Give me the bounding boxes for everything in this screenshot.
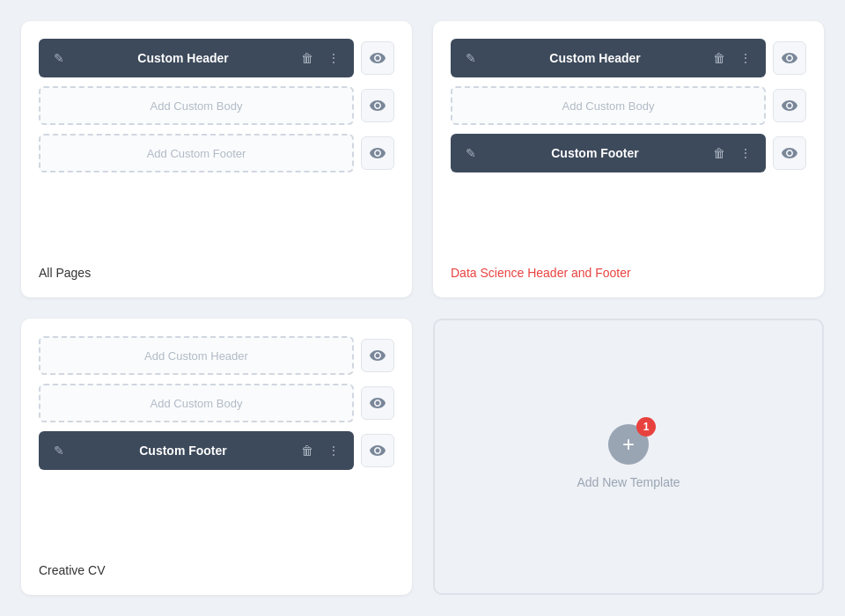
dots-icon-2[interactable]: ⋮ (736, 48, 755, 68)
row-header-3: Add Custom Header (39, 336, 394, 375)
pencil-icon-1[interactable]: ✎ (49, 48, 69, 68)
add-new-template-card[interactable]: + 1 Add New Template (433, 319, 824, 595)
row-body-2: Add Custom Body (451, 86, 806, 125)
row-header-2: ✎ Custom Header 🗑 ⋮ (451, 39, 806, 77)
card-creative-cv: Add Custom Header Add Custom Body ✎ Cust… (21, 319, 412, 595)
eye-button-2[interactable] (773, 41, 806, 75)
add-custom-body-1: Add Custom Body (39, 86, 354, 125)
add-custom-body-3: Add Custom Body (39, 384, 354, 422)
trash-icon-2[interactable]: 🗑 (709, 48, 729, 68)
footer-bar-title-3: Custom Footer (76, 444, 290, 458)
row-footer-1: Add Custom Footer (39, 134, 394, 172)
eye-button-body-3[interactable] (361, 386, 394, 420)
pencil-icon-footer-2[interactable]: ✎ (461, 143, 481, 163)
footer-bar-3: ✎ Custom Footer 🗑 ⋮ (39, 431, 354, 470)
card-label-2: Data Science Header and Footer (451, 260, 806, 280)
row-body-3: Add Custom Body (39, 384, 394, 422)
footer-bar-2: ✎ Custom Footer 🗑 ⋮ (451, 134, 766, 172)
eye-button-1[interactable] (361, 41, 394, 75)
add-circle-wrapper: + 1 (608, 424, 649, 465)
trash-icon-footer-2[interactable]: 🗑 (709, 143, 729, 163)
header-bar-title-1: Custom Header (76, 51, 290, 65)
dots-icon-footer-2[interactable]: ⋮ (736, 143, 755, 163)
header-bar-1: ✎ Custom Header 🗑 ⋮ (39, 39, 354, 77)
row-header-1: ✎ Custom Header 🗑 ⋮ (39, 39, 394, 77)
footer-bar-title-2: Custom Footer (488, 146, 702, 160)
eye-button-footer-2[interactable] (773, 136, 806, 170)
plus-icon: + (622, 432, 635, 457)
eye-button-footer-1[interactable] (361, 136, 394, 170)
card-label-3: Creative CV (39, 558, 394, 577)
add-custom-body-2: Add Custom Body (451, 86, 766, 125)
add-custom-footer-1: Add Custom Footer (39, 134, 354, 172)
dots-icon-footer-3[interactable]: ⋮ (324, 441, 343, 460)
row-footer-3: ✎ Custom Footer 🗑 ⋮ (39, 431, 394, 470)
header-bar-2: ✎ Custom Header 🗑 ⋮ (451, 39, 766, 77)
add-custom-header-3: Add Custom Header (39, 336, 354, 375)
card-all-pages: ✎ Custom Header 🗑 ⋮ Add Custom Body (21, 21, 412, 297)
card-label-1: All Pages (39, 260, 394, 280)
trash-icon-footer-3[interactable]: 🗑 (298, 441, 317, 460)
card-data-science: ✎ Custom Header 🗑 ⋮ Add Custom Body (433, 21, 824, 297)
eye-button-footer-3[interactable] (361, 434, 394, 467)
header-bar-title-2: Custom Header (488, 51, 702, 65)
eye-button-header-3[interactable] (361, 339, 394, 372)
main-grid: ✎ Custom Header 🗑 ⋮ Add Custom Body (0, 0, 845, 616)
dots-icon-1[interactable]: ⋮ (324, 48, 343, 68)
add-template-label: Add New Template (577, 475, 680, 489)
trash-icon-1[interactable]: 🗑 (298, 48, 317, 68)
pencil-icon-footer-3[interactable]: ✎ (49, 441, 69, 460)
row-footer-2: ✎ Custom Footer 🗑 ⋮ (451, 134, 806, 172)
eye-button-body-2[interactable] (773, 89, 806, 122)
pencil-icon-2[interactable]: ✎ (461, 48, 481, 68)
row-body-1: Add Custom Body (39, 86, 394, 125)
eye-button-body-1[interactable] (361, 89, 394, 122)
notification-badge: 1 (636, 417, 656, 436)
